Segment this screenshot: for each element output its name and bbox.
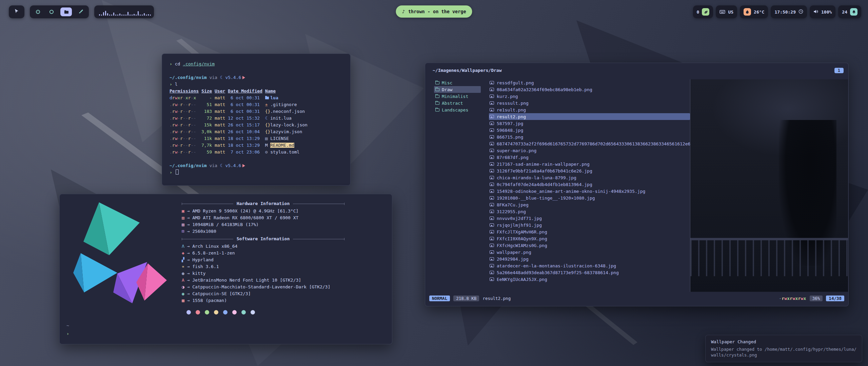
visualizer-bar [109, 15, 110, 16]
file-list-item[interactable]: wallpaper.png [489, 249, 690, 256]
active-prompt-line[interactable]: › [170, 169, 343, 176]
arrow-icon: → [187, 243, 190, 250]
file-type-icon [265, 95, 271, 101]
prompt-symbol[interactable]: › [66, 330, 69, 337]
file-list-item[interactable]: ressdfgult.png [489, 79, 690, 86]
visualizer-bar [125, 15, 126, 16]
fetch-row-icon: Λ [182, 243, 187, 250]
speaker-icon [813, 9, 818, 15]
visualizer-bar [111, 15, 112, 16]
sidebar-folder[interactable]: Landscapes [434, 106, 481, 113]
file-list-item-name: FXfcJlTXgAMvH6R.png [497, 229, 547, 235]
file-list-item[interactable]: re1sult.png [489, 106, 690, 113]
file-list-item[interactable]: 3126f7e9bbf21a8a4af0b67b041c6e26.jpg [489, 167, 690, 174]
arrow-icon: → [187, 290, 190, 297]
music-title: thrown - on the verge [408, 9, 466, 14]
terminal-file-row: .rw-r--r--3,0kmatt26 oct 10:04{}lazyvim.… [170, 128, 343, 135]
module-updates[interactable]: 0 [693, 5, 713, 18]
module-clock[interactable]: 17:50:29 [771, 5, 807, 18]
notification-toast[interactable]: Wallpaper Changed Wallpaper changed to /… [705, 335, 862, 362]
prompt-flag-icon [242, 76, 245, 79]
sidebar-folder[interactable]: Minimalist [434, 93, 481, 100]
file-list-item[interactable]: 596848.jpg [489, 127, 690, 134]
file-permissions: .rw-r--r-- [170, 142, 199, 149]
module-temperature[interactable]: 26°C [740, 5, 768, 18]
file-owner: matt [215, 115, 225, 122]
file-type-icon: ⚙ [265, 149, 271, 156]
arrow-icon: → [187, 297, 190, 304]
fetch-row: A→JetBrainsMono Nerd Font Light 10 [GTK2… [182, 277, 344, 284]
file-list-item[interactable]: 217167-sad-anime-rain-wallpaper.png [489, 161, 690, 167]
sidebar-folder-label: Draw [442, 87, 452, 92]
palette-dot [196, 310, 200, 314]
fetch-row-icon: ▞ [182, 257, 187, 263]
file-list-item[interactable]: result2.png [489, 113, 690, 120]
sidebar-folder[interactable]: Abstract [434, 100, 481, 106]
file-list: ressdfgult.png 08a634fa02a32364f69ebc86a… [489, 79, 690, 292]
fetch-row: ▤→10948MiB / 64183MiB (17%) [182, 221, 344, 228]
file-list-item[interactable]: 3122955.png [489, 208, 690, 215]
module-volume[interactable]: 100% [810, 5, 835, 18]
visualizer-bar [113, 13, 114, 16]
prompt-context-line: ~/.config/nvim via ☾ v5.4.6 [170, 162, 343, 169]
fetch-row-value: Catppuccin-SE [GTK2/3] [192, 290, 251, 297]
module-keyboard-layout[interactable]: US [716, 5, 737, 18]
file-list-item[interactable]: 87r687df.png [489, 154, 690, 161]
file-list-item[interactable]: 68747470733a2f2f696d616765732d7769786d70… [489, 140, 690, 147]
file-list-item-name: FXfcHgcWIAMzs0G.png [497, 243, 547, 248]
dock-button-record[interactable] [33, 7, 43, 16]
file-list-item[interactable]: 8FKa7Cu.jpeg [489, 201, 690, 208]
file-list-item[interactable]: FXfcJlTXgAMvH6R.png [489, 228, 690, 235]
launcher-button[interactable] [9, 5, 24, 18]
file-list-item[interactable]: atardecer-en-la-montanas-ilustracion-634… [489, 262, 690, 269]
file-list-item[interactable]: resssult.png [489, 100, 690, 106]
file-list-item[interactable]: FXfcII0X0AQyn9X.png [489, 235, 690, 242]
file-name: init.lua [270, 116, 292, 121]
file-list-item[interactable]: super-mario.png [489, 147, 690, 154]
file-type-icon: {} [265, 128, 271, 135]
file-type-icon: ± [265, 101, 271, 108]
terminal-window[interactable]: › cd .config/nvim ~/.config/nvim via ☾ v… [162, 54, 351, 186]
file-list-item[interactable]: 0c794faf07de24a4db4d4fb1eb813964.jpg [489, 181, 690, 188]
image-file-icon [490, 196, 494, 200]
file-list-item[interactable]: 587597.jpg [489, 120, 690, 127]
module-notifications[interactable]: 24 [838, 5, 861, 18]
file-permissions: .rw-r--r-- [170, 108, 199, 115]
system-info-window[interactable]: Hardware Information ▣→AMD Ryzen 9 5900X… [59, 194, 392, 344]
file-list-item[interactable]: 154928-odinokoe_anime-art-anime-okno-sin… [489, 188, 690, 195]
file-list-item[interactable]: 5a266e448add93deab367d87173e9f25-6837886… [489, 269, 690, 276]
image-file-icon [490, 210, 494, 213]
sidebar-folder[interactable]: Draw [434, 86, 481, 93]
image-file-icon [490, 223, 494, 227]
file-manager-window[interactable]: ~/Imagenes/Wallpapers/Draw 1 Misc Draw M… [425, 63, 849, 306]
notification-body: Wallpaper changed to /home/matt/.config/… [711, 346, 856, 358]
file-list-item[interactable]: chica-mirando-la-luna-8799.jpg [489, 174, 690, 181]
fetch-row-value: Hyprland [192, 257, 214, 263]
file-list-item[interactable]: 19201080-__blue-tinge__-1920×1080.jpg [489, 195, 690, 201]
file-list-item[interactable]: rsjqojlmjhf91.jpg [489, 222, 690, 228]
file-list-item[interactable]: kurz.png [489, 93, 690, 100]
arrow-icon: → [187, 215, 190, 221]
file-list-item[interactable]: FXfcHgcWIAMzs0G.png [489, 242, 690, 249]
file-list-item-name: kurz.png [497, 94, 518, 99]
dock-button-paint[interactable] [76, 7, 85, 16]
terminal-color-palette [186, 310, 344, 314]
tab-indicator[interactable]: 1 [834, 68, 844, 73]
music-player-widget[interactable]: ♪ thrown - on the verge [396, 5, 472, 18]
file-date: 26 oct 10:04 [228, 128, 262, 135]
visualizer-bar [105, 11, 106, 16]
distro-logo [66, 200, 167, 314]
dock-button-circle[interactable] [47, 7, 56, 16]
file-list-item[interactable]: 866715.png [489, 134, 690, 140]
file-date: 18 oct 13:29 [228, 142, 262, 149]
image-preview-pane [690, 79, 848, 292]
file-list-item[interactable]: EeNKYgIUcAAJ5JX.png [489, 276, 690, 283]
file-list-item[interactable]: nnvuv0xj2df71.jpg [489, 215, 690, 222]
sidebar-folder[interactable]: Misc [434, 79, 481, 86]
image-file-icon [490, 156, 494, 159]
file-list-item[interactable]: 20492984.jpg [489, 256, 690, 262]
file-list-item[interactable]: 08a634fa02a32364f69ebc86a98eb1eb.png [489, 86, 690, 93]
software-section-header: Software Information [182, 236, 344, 242]
dock-button-files[interactable] [60, 7, 72, 16]
temperature-value: 26°C [754, 9, 764, 15]
